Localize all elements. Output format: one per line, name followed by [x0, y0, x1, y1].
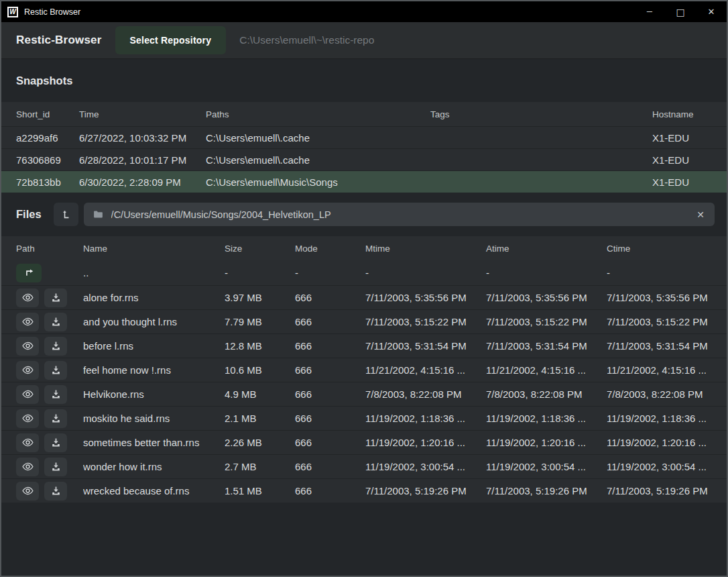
file-name: wonder how it.rns [83, 461, 225, 472]
download-icon [50, 437, 62, 448]
snapshot-row-selected[interactable]: 72b813bb 6/30/2022, 2:28:09 PM C:\Users\… [1, 170, 727, 193]
titlebar: W Restic Browser ─ □ ✕ [1, 1, 727, 22]
col-time: Time [79, 109, 206, 119]
file-mode: 666 [295, 388, 365, 400]
eye-icon [21, 484, 34, 497]
preview-file-button[interactable] [16, 433, 39, 452]
close-button[interactable]: ✕ [696, 1, 727, 22]
col-size: Size [225, 244, 295, 254]
snapshot-time: 6/27/2022, 10:03:32 PM [79, 132, 206, 144]
repository-path: C:\Users\emuell\~\restic-repo [239, 34, 374, 46]
file-row[interactable]: feel home now !.rns 10.6 MB 666 11/21/20… [1, 358, 727, 382]
snapshot-short-id: 72b813bb [16, 176, 79, 188]
file-row[interactable]: Helvikone.rns 4.9 MB 666 7/8/2003, 8:22:… [1, 382, 727, 406]
download-file-button[interactable] [44, 482, 67, 501]
download-file-button[interactable] [44, 361, 67, 380]
file-row[interactable]: alone for.rns 3.97 MB 666 7/11/2003, 5:3… [1, 285, 727, 309]
eye-icon [21, 388, 34, 401]
file-mtime: 11/19/2002, 1:18:36 ... [365, 413, 486, 424]
file-name: moskito he said.rns [83, 413, 225, 424]
download-icon [50, 388, 62, 400]
snapshot-paths: C:\Users\emuell\.cache [206, 154, 430, 166]
file-size: 10.6 MB [225, 364, 295, 376]
snapshot-short-id: 76306869 [16, 154, 79, 166]
files-table-header: Path Name Size Mode Mtime Atime Ctime [1, 236, 727, 260]
col-short-id: Short_id [16, 109, 79, 119]
file-mtime: 11/21/2002, 4:15:16 ... [365, 364, 486, 376]
window-title: Restic Browser [24, 7, 80, 17]
snapshots-table-header: Short_id Time Paths Tags Hostname [1, 102, 727, 126]
download-file-button[interactable] [44, 433, 67, 452]
download-file-button[interactable] [44, 409, 67, 428]
eye-icon [21, 315, 34, 328]
preview-file-button[interactable] [16, 409, 39, 428]
col-tags: Tags [430, 109, 652, 119]
download-file-button[interactable] [44, 288, 67, 307]
clear-path-icon[interactable]: ✕ [695, 209, 706, 220]
up-directory-button[interactable] [16, 264, 42, 282]
preview-file-button[interactable] [16, 313, 39, 331]
download-file-button[interactable] [44, 313, 67, 331]
preview-file-button[interactable] [16, 288, 39, 307]
maximize-button[interactable]: □ [665, 1, 696, 22]
preview-file-button[interactable] [16, 361, 39, 380]
file-mode: 666 [295, 485, 365, 496]
preview-file-button[interactable] [16, 458, 39, 476]
files-heading-label: Files [16, 208, 42, 221]
files-root-button[interactable] [54, 203, 78, 226]
file-name: wrecked because of.rns [83, 485, 225, 496]
download-file-button[interactable] [44, 385, 67, 404]
file-mode: 666 [295, 413, 365, 424]
file-name: sometimes better than.rns [83, 437, 225, 448]
snapshot-row[interactable]: 76306869 6/28/2022, 10:01:17 PM C:\Users… [1, 148, 727, 170]
current-path-bar[interactable]: /C/Users/emuell/Music/Songs/2004_Helveti… [84, 203, 715, 226]
file-name: before l.rns [83, 340, 225, 352]
col-name: Name [83, 244, 225, 254]
eye-icon [21, 412, 34, 425]
snapshot-hostname: X1-EDU [652, 154, 712, 166]
file-mtime: 7/11/2003, 5:15:22 PM [365, 316, 486, 327]
file-size: 2.7 MB [225, 461, 295, 472]
file-row[interactable]: sometimes better than.rns 2.26 MB 666 11… [1, 430, 727, 454]
file-row[interactable]: before l.rns 12.8 MB 666 7/11/2003, 5:31… [1, 333, 727, 358]
snapshot-time: 6/30/2022, 2:28:09 PM [79, 176, 206, 188]
empty-area [1, 503, 727, 576]
file-name: and you thought l.rns [83, 316, 225, 327]
file-atime: 11/19/2002, 3:00:54 ... [486, 461, 607, 472]
preview-file-button[interactable] [16, 482, 39, 501]
file-mtime: - [365, 267, 486, 278]
download-file-button[interactable] [44, 337, 67, 356]
col-mode: Mode [295, 244, 365, 254]
file-row[interactable]: and you thought l.rns 7.79 MB 666 7/11/2… [1, 309, 727, 333]
file-row[interactable]: wonder how it.rns 2.7 MB 666 11/19/2002,… [1, 454, 727, 478]
folder-icon [93, 209, 104, 220]
file-mode: 666 [295, 292, 365, 303]
col-path: Path [16, 244, 83, 254]
file-name: .. [83, 267, 225, 278]
file-size: 2.26 MB [225, 437, 295, 448]
minimize-button[interactable]: ─ [634, 1, 665, 22]
preview-file-button[interactable] [16, 337, 39, 356]
file-atime: 7/11/2003, 5:35:56 PM [486, 292, 607, 303]
file-atime: 11/19/2002, 1:18:36 ... [486, 413, 607, 424]
download-icon [50, 364, 62, 376]
file-atime: 7/11/2003, 5:15:22 PM [486, 316, 607, 327]
preview-file-button[interactable] [16, 385, 39, 404]
file-row[interactable]: moskito he said.rns 2.1 MB 666 11/19/200… [1, 406, 727, 430]
file-atime: 11/21/2002, 4:15:16 ... [486, 364, 607, 376]
file-mode: 666 [295, 461, 365, 472]
file-row[interactable]: wrecked because of.rns 1.51 MB 666 7/11/… [1, 478, 727, 503]
eye-icon [21, 291, 34, 304]
file-size: 4.9 MB [225, 388, 295, 400]
snapshots-heading-label: Snapshots [16, 74, 72, 87]
snapshot-row[interactable]: a2299af6 6/27/2022, 10:03:32 PM C:\Users… [1, 126, 727, 148]
app-window: W Restic Browser ─ □ ✕ Restic-Browser Se… [0, 0, 728, 577]
parent-directory-row[interactable]: .. - - - - - [1, 260, 727, 285]
file-mode: 666 [295, 437, 365, 448]
download-file-button[interactable] [44, 458, 67, 476]
file-mtime: 11/19/2002, 1:20:16 ... [365, 437, 486, 448]
file-size: 7.79 MB [225, 316, 295, 327]
file-ctime: 7/11/2003, 5:15:22 PM [607, 316, 712, 327]
select-repository-button[interactable]: Select Repository [115, 26, 227, 54]
file-ctime: 7/11/2003, 5:35:56 PM [607, 292, 712, 303]
